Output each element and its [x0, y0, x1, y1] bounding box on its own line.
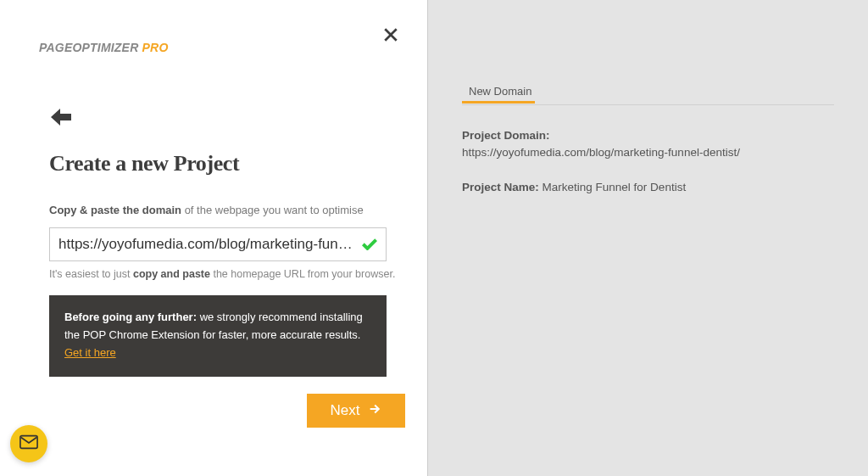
logo: PAGEOPTIMIZER PRO: [39, 41, 169, 54]
tab-row: New Domain: [462, 81, 834, 105]
logo-part2: OPTIMIZER: [72, 41, 142, 54]
app-viewport: New Domain Project Domain: https://yoyof…: [0, 0, 868, 476]
instruction-primary-bold: Copy & paste the domain: [49, 204, 181, 216]
instruction-secondary-post: the homepage URL from your browser.: [210, 268, 395, 280]
project-domain-value: https://yoyofumedia.com/blog/marketing-f…: [462, 144, 834, 161]
instruction-secondary-pre: It's easiest to just: [49, 268, 133, 280]
info-box-bold: Before going any further:: [64, 311, 197, 323]
domain-field-wrap: [49, 227, 387, 261]
tab-new-domain[interactable]: New Domain: [462, 81, 538, 103]
page-title: Create a new Project: [49, 151, 239, 176]
instruction-secondary: It's easiest to just copy and paste the …: [49, 268, 395, 280]
next-button-label: Next: [331, 402, 360, 419]
instruction-secondary-bold: copy and paste: [133, 268, 210, 280]
tab-underline: [462, 101, 535, 104]
project-domain-label: Project Domain:: [462, 127, 834, 144]
project-name-label: Project Name:: [462, 181, 539, 193]
close-button[interactable]: [381, 24, 405, 48]
check-icon: [359, 233, 381, 255]
instruction-primary-rest: of the webpage you want to optimise: [181, 204, 364, 216]
back-arrow-icon: [51, 114, 71, 128]
project-domain-block: Project Domain: https://yoyofumedia.com/…: [462, 127, 834, 162]
summary-inner: New Domain Project Domain: https://yoyof…: [428, 81, 868, 193]
logo-part3: PRO: [142, 41, 169, 54]
instruction-primary: Copy & paste the domain of the webpage y…: [49, 204, 364, 216]
domain-input[interactable]: [50, 236, 359, 253]
arrow-right-icon: [368, 402, 381, 420]
project-name-row: Project Name: Marketing Funnel for Denti…: [462, 181, 834, 193]
wizard-pane: PAGEOPTIMIZER PRO Create a new Project C…: [0, 0, 427, 476]
back-button[interactable]: [51, 109, 71, 129]
summary-pane: New Domain Project Domain: https://yoyof…: [427, 0, 868, 476]
tab-label: New Domain: [469, 85, 531, 98]
next-button[interactable]: Next: [307, 394, 405, 428]
project-name-value: Marketing Funnel for Dentist: [542, 181, 687, 193]
mail-icon: [19, 434, 38, 453]
support-fab[interactable]: [10, 425, 47, 462]
logo-part1: PAGE: [39, 41, 72, 54]
extension-info-box: Before going any further: we strongly re…: [49, 295, 387, 377]
get-extension-link[interactable]: Get it here: [64, 346, 116, 359]
close-icon: [381, 31, 400, 45]
